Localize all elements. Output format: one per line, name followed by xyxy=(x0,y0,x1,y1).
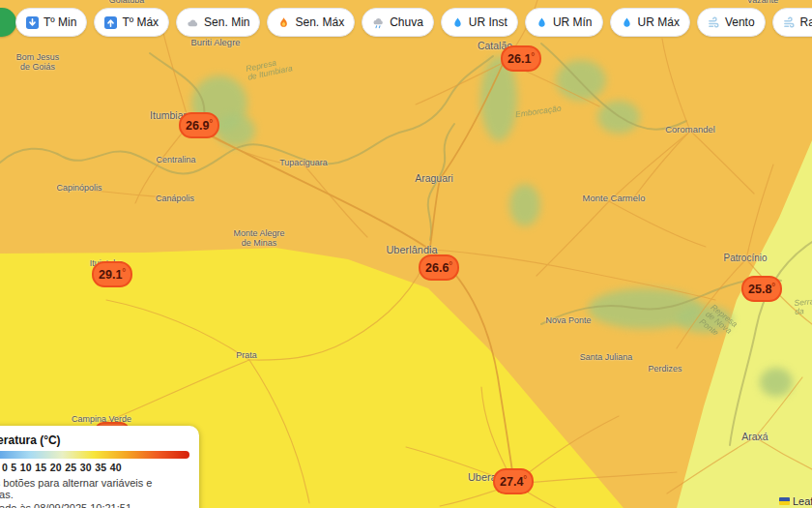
degree-symbol: ° xyxy=(771,282,775,292)
toolbar-button-ur-m-n[interactable]: UR Mín xyxy=(525,8,603,37)
toolbar-button-label: Chuva xyxy=(390,15,423,29)
toolbar-button-chuva[interactable]: Chuva xyxy=(362,8,434,37)
toolbar-button-t-min[interactable]: Tº Min xyxy=(15,8,87,37)
rain-cloud-icon xyxy=(372,16,385,29)
degree-symbol: ° xyxy=(523,474,527,485)
degree-symbol: ° xyxy=(531,51,535,62)
degree-symbol: ° xyxy=(209,118,213,129)
toolbar-button-label: UR Mín xyxy=(553,15,593,29)
legend-hint-text: Use os botões para alternar variáveis e … xyxy=(0,477,189,500)
cloud-icon xyxy=(187,16,199,29)
leaflet-attribution-link[interactable]: Leaflet xyxy=(793,495,812,507)
toolbar-button-label: UR Inst xyxy=(469,15,508,29)
temp-value: 25.8 xyxy=(748,283,771,296)
temp-value: 27.4 xyxy=(500,475,523,489)
toolbar-button-sen-min[interactable]: Sen. Min xyxy=(176,8,260,37)
droplet-icon xyxy=(451,16,464,29)
droplet-icon xyxy=(621,16,633,29)
temp-badge[interactable]: 25.8° xyxy=(741,276,782,302)
legend-tick-labels: 0 5 10 15 20 25 30 35 40 xyxy=(2,462,189,473)
variable-toolbar: Tº MinTº MáxSen. MinSen. MáxChuvaUR Inst… xyxy=(15,8,812,37)
temp-badge[interactable]: 27.4° xyxy=(493,468,534,494)
toolbar-button-ur-m-x[interactable]: UR Máx xyxy=(610,8,690,37)
temp-badge[interactable]: 29.1° xyxy=(92,261,132,287)
temp-badge[interactable]: 26.1° xyxy=(501,45,541,72)
temp-value: 26.1 xyxy=(508,52,531,66)
temp-badge[interactable]: 26.9° xyxy=(179,112,219,138)
degree-symbol: ° xyxy=(449,260,452,271)
toolbar-button-sen-m-x[interactable]: Sen. Máx xyxy=(267,8,355,37)
temperature-colorbar xyxy=(0,451,189,459)
toolbar-button-vento[interactable]: Vento xyxy=(697,8,766,37)
temp-value: 29.1 xyxy=(99,268,122,282)
toolbar-button-t-m-x[interactable]: Tº Máx xyxy=(94,8,169,37)
legend-title: Temperatura (°C) xyxy=(0,433,189,447)
ukraine-flag-icon xyxy=(779,497,790,505)
toolbar-button-label: Tº Min xyxy=(44,15,76,29)
temp-value: 26.6 xyxy=(425,261,449,275)
temp-min-icon xyxy=(26,16,39,29)
droplet-icon xyxy=(536,16,548,29)
temp-max-icon xyxy=(104,16,117,29)
temp-badge[interactable]: 26.6° xyxy=(419,254,459,281)
temp-value: 26.9 xyxy=(186,119,209,133)
toolbar-button-label: UR Máx xyxy=(638,15,680,29)
toolbar-button-ur-inst[interactable]: UR Inst xyxy=(441,8,518,37)
legend-updated-timestamp: Atualizado às 08/09/2025 10:21:51 xyxy=(0,502,189,508)
degree-symbol: ° xyxy=(122,267,126,278)
wind-icon xyxy=(708,16,720,29)
toolbar-button-label: Sen. Min xyxy=(204,15,249,29)
toolbar-button-label: Tº Máx xyxy=(122,15,159,29)
toolbar-button-label: Rajadas xyxy=(800,15,812,29)
wind-icon xyxy=(783,16,796,29)
toolbar-button-rajadas[interactable]: Rajadas xyxy=(772,8,812,37)
flame-icon xyxy=(277,16,290,29)
legend-panel: Temperatura (°C) 0 5 10 15 20 25 30 35 4… xyxy=(0,426,199,508)
toolbar-button-label: Sen. Máx xyxy=(295,15,344,29)
map-attribution: Leaflet xyxy=(779,495,812,507)
toolbar-button-label: Vento xyxy=(725,15,755,29)
